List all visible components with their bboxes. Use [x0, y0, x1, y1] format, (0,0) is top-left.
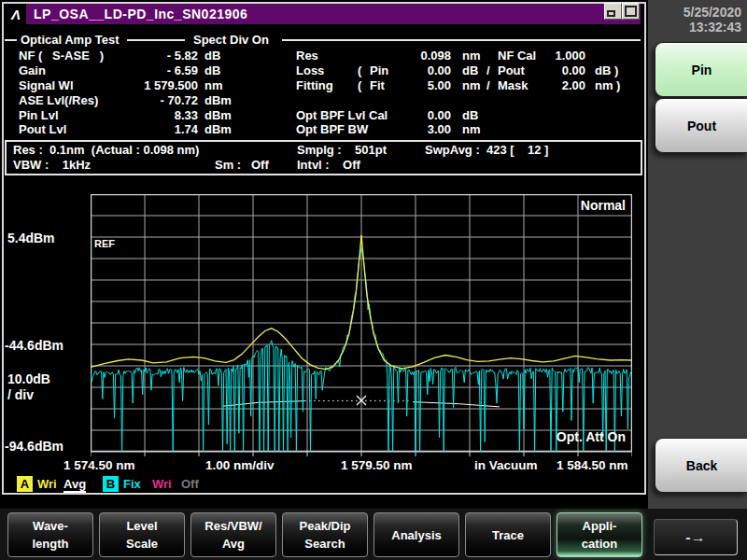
loss-pin-value: 0.00 [392, 63, 451, 77]
menu-label-line1: Analysis [391, 526, 441, 544]
x-axis-div-value: 1.00 nm/div [205, 458, 275, 472]
back-softkey-button[interactable]: Back [655, 438, 747, 493]
loss-paren: ( [358, 63, 361, 77]
menu-analysis-button[interactable]: Analysis [374, 512, 459, 557]
spectrum-chart [91, 194, 632, 457]
menu-label-line1: Level [126, 517, 157, 535]
bpf-lvl-cal-value: 0.00 [392, 108, 451, 122]
maximize-button[interactable] [622, 3, 640, 20]
res-value: 0.098 [392, 49, 451, 63]
fitting-fit-unit: nm [462, 78, 481, 92]
osa-application-window: 5/25/2020 13:32:43 Λ LP_OSA__LD-PD_Inc_S… [0, 0, 747, 560]
trace-a-key: A [17, 476, 33, 492]
sm-setting: Sm : Off [215, 158, 269, 172]
fitting-label: Fitting [296, 78, 333, 92]
opt-att-status-label: Opt. Att On [523, 429, 626, 444]
intvl-setting: Intvl : Off [297, 158, 360, 172]
pin-lvl-value: 8.33 [110, 108, 198, 122]
signal-wl-unit: nm [204, 78, 223, 92]
trace-a-mode: Wri [37, 477, 57, 491]
fitting-fit-label: Fit [370, 78, 385, 92]
fitting-paren: ( [358, 78, 361, 92]
bpf-bw-unit: nm [462, 122, 481, 136]
loss-pout-label: Pout [498, 63, 525, 77]
signal-wl-value: 1 579.500 [110, 78, 198, 92]
gain-value: - 6.59 [110, 63, 198, 77]
maximize-icon [625, 6, 637, 17]
pin-lvl-label: Pin Lvl [19, 108, 59, 122]
window-title: LP_OSA__LD-PD_Inc_SN021906 [34, 7, 247, 21]
menu-peak-dip-search-button[interactable]: Peak/Dip Search [282, 512, 368, 557]
menu-res-vbw-avg-button[interactable]: Res/VBW/ Avg [190, 512, 276, 557]
trace-a-submode: Avg [63, 477, 86, 493]
y-axis-scale-value: 10.0dB [7, 371, 50, 386]
gain-label: Gain [19, 63, 46, 77]
nf-cal-value: 1.000 [523, 49, 585, 63]
menu-label-line1: Wave- [33, 517, 68, 535]
ref-line-label: REF [94, 238, 115, 249]
menu-label-line1: Res/VBW/ [204, 517, 261, 535]
menu-wavelength-button[interactable]: Wave- length [7, 512, 93, 557]
res-unit: nm [462, 49, 481, 63]
fitting-slash: / [486, 78, 490, 92]
loss-pin-unit: dB [462, 63, 478, 77]
bpf-lvl-cal-unit: dB [462, 108, 478, 122]
x-axis-medium-label: in Vacuum [474, 458, 538, 472]
trace-b-key: B [103, 476, 119, 492]
pout-lvl-value: 1.74 [110, 122, 198, 136]
window-title-bar[interactable]: Λ LP_OSA__LD-PD_Inc_SN021906 [6, 4, 641, 24]
res-setting: Res : 0.1nm (Actual : 0.098 nm) [13, 143, 199, 157]
pin-softkey-button[interactable]: Pin [655, 42, 747, 97]
bpf-bw-value: 3.00 [392, 122, 451, 136]
minimize-icon [607, 10, 615, 17]
nf-unit: dB [204, 49, 220, 63]
header-rule-left [5, 39, 17, 41]
spect-div-status: Spect Div On [193, 33, 269, 47]
gain-unit: dB [204, 63, 220, 77]
nf-label: NF ( S-ASE ) [19, 49, 104, 63]
nf-value: - 5.82 [110, 49, 198, 63]
ase-lvl-unit: dBm [204, 93, 232, 107]
pin-lvl-unit: dBm [204, 108, 232, 122]
bpf-lvl-cal-label: Opt BPF Lvl Cal [296, 108, 388, 122]
minimize-button[interactable] [604, 3, 622, 20]
y-axis-scale-unit: / div [7, 387, 34, 402]
menu-trace-button[interactable]: Trace [465, 512, 551, 557]
fitting-fit-value: 5.00 [392, 78, 451, 92]
menu-label-line2: length [33, 535, 69, 553]
smplg-setting: Smplg : 501pt [297, 143, 387, 157]
amp-test-title: Optical Amp Test [21, 33, 119, 47]
system-clock: 5/25/2020 13:32:43 [648, 5, 747, 35]
res-label: Res [296, 49, 318, 63]
y-axis-mid-value: -44.6dBm [5, 338, 63, 353]
fitting-mask-unit: nm ) [595, 78, 620, 92]
pout-lvl-label: Pout Lvl [19, 122, 66, 136]
fitting-mask-value: 2.00 [523, 78, 585, 92]
clock-date: 5/25/2020 [648, 5, 741, 20]
vbw-setting: VBW : 1kHz [13, 158, 91, 172]
ase-lvl-label: ASE Lvl(/Res) [19, 93, 98, 107]
ase-lvl-value: - 70.72 [110, 93, 198, 107]
header-rule-mid [127, 39, 185, 41]
trace-c-mode: Wri [152, 477, 172, 491]
bpf-bw-label: Opt BPF BW [296, 122, 368, 136]
menu-label-line2: Search [304, 535, 345, 553]
x-axis-start-value: 1 574.50 nm [63, 458, 135, 472]
loss-pin-label: Pin [370, 63, 388, 77]
menu-label-line1: Trace [492, 526, 524, 544]
trace-c-state: Off [181, 477, 199, 491]
menu-label-line2: Scale [126, 535, 158, 553]
menu-application-button[interactable]: Appli- cation [557, 512, 642, 557]
swpavg-setting: SwpAvg : 423 [ 12 ] [425, 143, 548, 157]
menu-more-arrow-button[interactable]: -→ [654, 519, 738, 555]
clock-time: 13:32:43 [648, 20, 741, 35]
menu-level-scale-button[interactable]: Level Scale [99, 512, 185, 557]
loss-pout-value: 0.00 [523, 63, 585, 77]
more-menus-arrow-icon: -→ [685, 528, 705, 546]
pout-softkey-button[interactable]: Pout [655, 98, 747, 153]
x-axis-end-value: 1 584.50 nm [557, 458, 628, 472]
app-logo-icon: Λ [6, 4, 26, 24]
y-axis-bottom-value: -94.6dBm [5, 439, 63, 454]
menu-label-line2: cation [582, 535, 617, 553]
signal-wl-label: Signal Wl [19, 78, 74, 92]
